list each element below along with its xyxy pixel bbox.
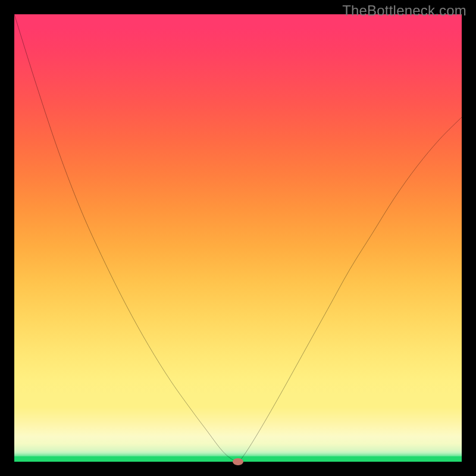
watermark-text: TheBottleneck.com (342, 2, 466, 19)
chart-container: TheBottleneck.com (0, 0, 476, 476)
plot-area (14, 14, 462, 462)
curve-path (14, 14, 462, 462)
bottleneck-curve (14, 14, 462, 462)
optimal-point-marker (233, 458, 243, 465)
